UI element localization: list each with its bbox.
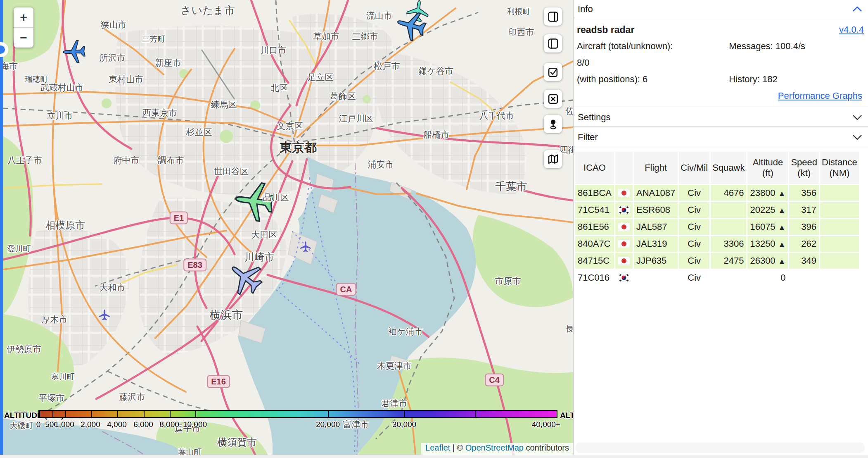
aircraft-row[interactable]: 71C541ESR608Civ20225▲317 xyxy=(575,202,859,218)
map-place-label: 袖ケ浦市 xyxy=(388,326,423,337)
flag-japan-icon xyxy=(618,189,630,197)
altitude-cell: 20225▲ xyxy=(747,202,788,218)
map-place-label: 杉並区 xyxy=(186,126,212,138)
map[interactable]: さいたま市狭山市流山市利根町印西市三芳町草加市三郷市所沢市新座市川口市松戸市鎌ケ… xyxy=(3,0,573,455)
civ-mil-cell: Civ xyxy=(679,270,709,286)
info-section-header[interactable]: Info xyxy=(574,0,868,18)
altitude-tick-label: 10,000 xyxy=(183,420,207,429)
map-place-label: 西東京市 xyxy=(142,107,177,119)
info-panel: readsb radar v4.0.4 Aircraft (total/unkn… xyxy=(574,18,868,107)
map-place-label: 江戸川区 xyxy=(339,113,373,124)
table-header-cell: ICAO xyxy=(575,152,614,184)
history-count: History: 182 xyxy=(729,71,864,88)
aircraft-row[interactable]: 84715CJJP635Civ247526300▲349 xyxy=(575,253,859,269)
map-place-label: 平塚市 xyxy=(39,392,65,404)
altitude-scale: ALTITUDE (feet) 05001,0002,0004,0006,000… xyxy=(3,410,573,432)
map-place-label: 寒川町 xyxy=(51,372,75,382)
aircraft-with-positions: (with positions): 6 xyxy=(577,71,729,88)
map-place-label: 大和市 xyxy=(100,282,126,293)
app-title: readsb radar xyxy=(577,24,634,36)
deselect-all-button[interactable] xyxy=(544,90,562,108)
toggle-sidebar-right-button[interactable] xyxy=(544,7,562,26)
map-place-label: 流山市 xyxy=(366,10,392,21)
flag-japan-icon xyxy=(618,240,630,248)
map-place-label: 船橋市 xyxy=(424,129,450,141)
map-place-label: 市原市 xyxy=(495,275,521,287)
distance-cell xyxy=(820,270,859,286)
map-place-label: 草加市 xyxy=(313,31,339,42)
select-all-button[interactable] xyxy=(544,63,562,81)
flight-cell: JJP635 xyxy=(634,253,678,269)
flag-cell xyxy=(615,236,633,252)
altitude-tick-label: 6,000 xyxy=(133,420,153,429)
civ-mil-cell: Civ xyxy=(679,253,709,269)
zoom-in-button[interactable]: + xyxy=(14,7,33,28)
flag-south-korea-icon xyxy=(618,206,630,214)
map-place-label: 八千代市 xyxy=(479,110,514,122)
map-place-label: 東村山市 xyxy=(109,74,143,85)
icao-cell: 71C541 xyxy=(575,202,614,218)
squawk-cell xyxy=(711,270,746,286)
map-place-label: 葛飾区 xyxy=(330,91,356,102)
map-attribution: Leaflet | © OpenStreetMap contributors xyxy=(421,443,573,455)
center-receiver-button[interactable] xyxy=(544,115,562,133)
map-place-label: 川口市 xyxy=(261,45,287,56)
icao-cell: 861E56 xyxy=(575,219,614,235)
altitude-gradient-bar xyxy=(38,410,557,418)
panel-left-icon xyxy=(548,38,559,49)
altitude-tick xyxy=(52,411,53,417)
info-section-title: Info xyxy=(578,4,593,14)
altitude-tick xyxy=(170,411,171,417)
map-place-label: 三郷市 xyxy=(352,31,378,42)
aircraft-table: ICAOFlightCiv/MilSquawkAltitude(ft)Speed… xyxy=(574,150,860,287)
altitude-tick-label: 20,000 xyxy=(316,420,340,429)
map-place-label: 君津市 xyxy=(382,398,408,409)
openstreetmap-link[interactable]: OpenStreetMap xyxy=(465,443,524,452)
icao-cell: 861BCA xyxy=(575,185,614,201)
civ-mil-cell: Civ xyxy=(679,185,709,201)
sidebar-footer-bar[interactable] xyxy=(575,442,865,453)
distance-cell xyxy=(820,185,859,201)
altitude-tick-label: 2,000 xyxy=(81,420,100,429)
civ-mil-cell: Civ xyxy=(679,202,709,218)
flag-cell xyxy=(615,202,633,218)
table-header-cell xyxy=(615,152,633,184)
map-place-label: 三芳町 xyxy=(142,34,166,45)
map-place-label: 印西市 xyxy=(508,26,534,38)
aircraft-row[interactable]: 861BCAANA1087Civ467623800▲356 xyxy=(575,185,859,201)
leaflet-link[interactable]: Leaflet xyxy=(425,443,450,452)
toggle-panel-left-button[interactable] xyxy=(544,34,562,52)
altitude-tick-label: 1,000 xyxy=(55,420,74,429)
version-link[interactable]: v4.0.4 xyxy=(839,24,864,35)
aircraft-row[interactable]: 861E56JAL587Civ16075▲396 xyxy=(575,219,859,235)
settings-section-header[interactable]: Settings xyxy=(574,108,868,126)
map-place-label: 瑞穂町 xyxy=(25,74,48,85)
settings-section-title: Settings xyxy=(578,112,611,123)
layers-button[interactable] xyxy=(544,150,562,168)
motorway-shield: E16 xyxy=(207,375,230,388)
zoom-out-button[interactable]: − xyxy=(14,28,33,48)
table-header-cell: Flight xyxy=(634,152,678,184)
x-square-icon xyxy=(548,93,559,105)
altitude-cell: 26300▲ xyxy=(747,253,788,269)
filter-section-header[interactable]: Filter xyxy=(574,128,868,146)
speed-cell: 356 xyxy=(789,185,819,201)
performance-graphs-link[interactable]: Performance Graphs xyxy=(778,91,862,101)
map-place-label: 千葉市 xyxy=(495,179,527,194)
flag-cell xyxy=(615,253,633,269)
map-place-label: 大田区 xyxy=(251,229,277,241)
chevron-down-icon xyxy=(852,114,862,120)
aircraft-row[interactable]: 840A7CJAL319Civ330613250▲262 xyxy=(575,236,859,252)
map-place-label: 所沢市 xyxy=(100,52,126,64)
map-place-label: 狭山市 xyxy=(101,19,127,31)
map-place-label: 相模原市 xyxy=(45,219,85,232)
aircraft-row[interactable]: 71C016Civ0 xyxy=(575,270,859,286)
left-edge-bar xyxy=(0,0,3,455)
aircraft-table-header-row: ICAOFlightCiv/MilSquawkAltitude(ft)Speed… xyxy=(575,152,859,184)
squawk-cell: 2475 xyxy=(711,253,746,269)
map-place-label: 長 xyxy=(566,323,574,334)
motorway-shield: C4 xyxy=(485,374,504,386)
map-place-label: 横須賀市 xyxy=(217,436,257,449)
table-header-cell: Speed(kt) xyxy=(789,152,819,184)
map-place-label: 世田谷区 xyxy=(214,166,249,177)
